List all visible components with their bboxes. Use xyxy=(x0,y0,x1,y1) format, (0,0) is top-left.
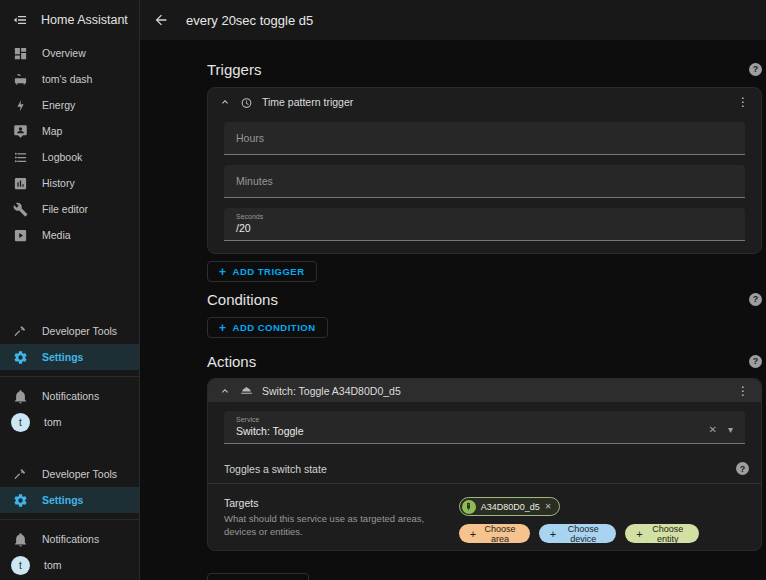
sidebar-divider xyxy=(0,519,139,520)
time-pattern-trigger-card: Time pattern trigger ⋮ Hours Minutes Sec… xyxy=(207,87,762,254)
smart-plug-icon xyxy=(464,502,473,511)
target-picker-buttons: + Choose area + Choose device + Choose e… xyxy=(459,524,699,543)
sidebar-item-toms-dash[interactable]: tom's dash xyxy=(0,66,139,92)
automation-editor: Triggers ? Time pattern trigger ⋮ Hours xyxy=(140,40,766,580)
sidebar-item-history[interactable]: History xyxy=(0,170,139,196)
view-dashboard-icon xyxy=(13,46,28,61)
sidebar-item-energy[interactable]: Energy xyxy=(0,92,139,118)
play-box-icon xyxy=(13,228,28,243)
actions-help-icon[interactable]: ? xyxy=(749,355,762,368)
seconds-input[interactable]: Seconds /20 xyxy=(224,208,745,241)
sidebar-spacer xyxy=(0,248,139,318)
targets-label: Targets xyxy=(224,497,459,509)
trigger-card-header: Time pattern trigger ⋮ xyxy=(208,88,761,114)
service-action-card: Switch: Toggle A34D80D0_d5 ⋮ Service Swi… xyxy=(207,378,762,551)
custom-dashboard-icon xyxy=(13,72,28,87)
back-arrow-icon[interactable] xyxy=(153,12,169,28)
plus-icon: + xyxy=(470,528,476,540)
sidebar-item-developer-tools[interactable]: Developer Tools xyxy=(0,461,139,487)
service-help-icon[interactable]: ? xyxy=(736,462,749,475)
user-avatar: t xyxy=(11,556,30,575)
sidebar-item-developer-tools[interactable]: Developer Tools xyxy=(0,318,139,344)
choose-device-button[interactable]: + Choose device xyxy=(539,524,616,543)
remove-device-icon[interactable]: ✕ xyxy=(545,502,552,511)
menu-open-icon[interactable] xyxy=(12,12,28,28)
add-action-button[interactable]: + ADD ACTION xyxy=(207,573,309,580)
hammer-icon xyxy=(13,467,28,482)
topbar: every 20sec toggle d5 xyxy=(140,0,766,40)
tooltip-account-icon xyxy=(13,124,28,139)
conditions-section-header: Conditions ? xyxy=(207,290,762,308)
wrench-icon xyxy=(13,202,28,217)
sidebar: Home Assistant Overview tom's dash Energ… xyxy=(0,0,140,580)
conditions-help-icon[interactable]: ? xyxy=(749,293,762,306)
room-service-icon xyxy=(240,384,253,397)
trigger-overflow-menu-icon[interactable]: ⋮ xyxy=(733,94,753,110)
device-avatar xyxy=(462,500,476,514)
service-description: Toggles a switch state xyxy=(224,463,327,475)
trigger-card-title: Time pattern trigger xyxy=(262,96,353,108)
plus-icon: + xyxy=(219,577,227,580)
action-card-header: Switch: Toggle A34D80D0_d5 ⋮ xyxy=(208,379,761,402)
home-assistant-app: Home Assistant Overview tom's dash Energ… xyxy=(0,0,766,580)
chevron-up-icon[interactable] xyxy=(219,385,231,397)
app-title: Home Assistant xyxy=(41,13,128,27)
triggers-help-icon[interactable]: ? xyxy=(749,63,762,76)
sidebar-item-map[interactable]: Map xyxy=(0,118,139,144)
choose-entity-button[interactable]: + Choose entity xyxy=(625,524,699,543)
sidebar-item-overview[interactable]: Overview xyxy=(0,40,139,66)
sidebar-item-file-editor[interactable]: File editor xyxy=(0,196,139,222)
plus-icon: + xyxy=(550,528,556,540)
triggers-section-header: Triggers ? xyxy=(207,60,762,78)
sidebar-item-notifications[interactable]: Notifications xyxy=(0,526,139,552)
user-avatar: t xyxy=(11,413,30,432)
targets-description: What should this service use as targeted… xyxy=(224,513,459,539)
hammer-icon xyxy=(13,324,28,339)
dropdown-arrow-icon[interactable]: ▾ xyxy=(728,424,733,435)
gear-icon xyxy=(13,350,28,365)
minutes-input[interactable]: Minutes xyxy=(224,165,745,198)
sidebar-header: Home Assistant xyxy=(0,0,139,40)
trigger-fields: Hours Minutes Seconds /20 xyxy=(208,114,761,253)
gear-icon xyxy=(13,493,28,508)
action-card-title: Switch: Toggle A34D80D0_d5 xyxy=(262,385,401,397)
sidebar-item-media[interactable]: Media xyxy=(0,222,139,248)
service-select[interactable]: Service Switch: Toggle ✕ ▾ xyxy=(224,411,745,444)
sidebar-item-settings[interactable]: Settings xyxy=(0,344,139,370)
bell-icon xyxy=(13,532,28,547)
service-picker-wrap: Service Switch: Toggle ✕ ▾ xyxy=(208,402,761,444)
sidebar-divider xyxy=(0,376,139,377)
plus-icon: + xyxy=(219,265,227,279)
lightning-bolt-icon xyxy=(13,98,28,113)
plus-icon: + xyxy=(219,321,227,335)
sidebar-item-settings[interactable]: Settings xyxy=(0,487,139,513)
chevron-up-icon[interactable] xyxy=(219,96,231,108)
conditions-heading: Conditions xyxy=(207,291,278,308)
main-area: every 20sec toggle d5 Triggers ? Time pa… xyxy=(140,0,766,580)
timer-icon xyxy=(240,96,253,109)
actions-section-header: Actions ? xyxy=(207,352,762,370)
action-overflow-menu-icon[interactable]: ⋮ xyxy=(733,383,753,399)
service-description-row: Toggles a switch state ? xyxy=(208,444,761,483)
add-condition-button[interactable]: + ADD CONDITION xyxy=(207,317,328,338)
actions-heading: Actions xyxy=(207,353,256,370)
sidebar-item-logbook[interactable]: Logbook xyxy=(0,144,139,170)
sidebar-spacer xyxy=(0,435,139,461)
sidebar-item-user[interactable]: t tom xyxy=(0,552,139,578)
hours-input[interactable]: Hours xyxy=(224,122,745,155)
list-bulleted-icon xyxy=(13,150,28,165)
target-device-chip[interactable]: A34D80D0_d5 ✕ xyxy=(459,497,560,516)
page-title: every 20sec toggle d5 xyxy=(186,13,313,28)
choose-area-button[interactable]: + Choose area xyxy=(459,524,530,543)
sidebar-item-user[interactable]: t tom xyxy=(0,409,139,435)
bell-icon xyxy=(13,389,28,404)
targets-section: Targets What should this service use as … xyxy=(208,484,761,550)
sidebar-item-notifications[interactable]: Notifications xyxy=(0,383,139,409)
plus-icon: + xyxy=(636,528,642,540)
clear-service-icon[interactable]: ✕ xyxy=(709,424,717,435)
add-trigger-button[interactable]: + ADD TRIGGER xyxy=(207,261,317,282)
chart-box-icon xyxy=(13,176,28,191)
triggers-heading: Triggers xyxy=(207,61,261,78)
